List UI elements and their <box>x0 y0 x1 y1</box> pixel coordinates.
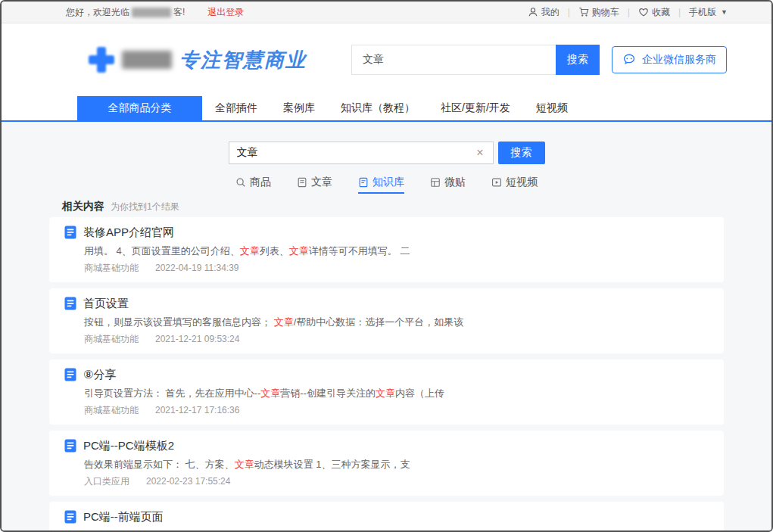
wecom-icon <box>622 53 636 67</box>
wecom-label: 企业微信服务商 <box>642 53 716 67</box>
tab-label: 文章 <box>311 176 332 189</box>
result-title: PC端--前端页面 <box>83 510 164 524</box>
topbar-link-我的[interactable]: 我的 <box>528 6 559 19</box>
header-search-button[interactable]: 搜索 <box>556 45 600 75</box>
result-datetime: 2022-04-19 11:34:39 <box>155 263 239 274</box>
search-box: × <box>229 142 494 164</box>
results-count: 为你找到1个结果 <box>111 201 179 213</box>
result-title: 首页设置 <box>83 297 129 311</box>
doc-icon <box>297 177 307 188</box>
result-card[interactable]: ⑧分享引导页设置方法： 首先，先在应用中心--文章营销--创建引导关注的文章内容… <box>49 359 724 425</box>
document-icon <box>64 297 76 310</box>
tab-label: 商品 <box>250 176 271 189</box>
clear-search-icon[interactable]: × <box>475 147 485 159</box>
logo-mark-icon <box>89 47 114 73</box>
topbar-links: 我的|购物车|收藏|手机版▼ <box>528 6 728 19</box>
document-icon <box>64 226 76 239</box>
result-snippet: 按钮，则显示该设置填写的客服信息内容； 文章/帮助中心数据：选择一个平台，如果该 <box>84 316 709 328</box>
tab-短视频[interactable]: 短视频 <box>491 176 538 194</box>
results-title: 相关内容 <box>62 200 104 213</box>
result-snippet: 用填。 4、页面设置里的公司介绍、文章列表、文章详情等可不用填写。 二 <box>84 244 709 257</box>
result-title: 装修APP介绍官网 <box>83 226 174 240</box>
logout-link[interactable]: 退出登录 <box>207 6 244 19</box>
caret-down-icon: ▼ <box>721 8 728 16</box>
result-title-row: ⑧分享 <box>64 368 709 381</box>
nav-item-4[interactable]: 知识库（教程） <box>328 96 428 120</box>
result-snippet: 引导页设置方法： 首先，先在应用中心--文章营销--创建引导关注的文章内容（上传 <box>84 387 709 400</box>
brand-slogan: 专注智慧商业 <box>179 47 307 73</box>
kb-icon <box>358 177 369 188</box>
redacted-logo-text <box>122 51 172 69</box>
header-search: 搜索 <box>351 45 600 75</box>
result-title: PC端--PC端模板2 <box>83 439 174 453</box>
wecom-service-button[interactable]: 企业微信服务商 <box>612 46 727 73</box>
search-input[interactable] <box>237 147 475 159</box>
grid-icon <box>430 177 441 188</box>
topbar-link-手机版[interactable]: 手机版▼ <box>689 6 728 19</box>
result-snippet: 告效果前端显示如下： 七、方案、文章动态模块设置 1、三种方案显示，支 <box>84 458 709 471</box>
user-icon <box>528 7 538 17</box>
result-datetime: 2022-02-23 17:55:24 <box>146 476 230 487</box>
result-category: 商城基础功能 <box>84 405 139 416</box>
tab-知识库[interactable]: 知识库 <box>358 176 404 194</box>
site-logo[interactable]: 专注智慧商业 <box>89 47 335 73</box>
topbar: 您好，欢迎光临 客! 退出登录 我的|购物车|收藏|手机版▼ <box>2 2 771 23</box>
tab-label: 知识库 <box>372 176 404 189</box>
heart-icon <box>638 7 649 17</box>
topbar-link-购物车[interactable]: 购物车 <box>578 6 619 19</box>
nav-item-1[interactable]: 全部商品分类 <box>77 96 202 120</box>
search-row: × 搜索 <box>2 142 771 164</box>
document-icon <box>64 368 76 381</box>
cart-icon <box>578 7 589 17</box>
nav-item-6[interactable]: 短视频 <box>523 96 581 120</box>
tab-label: 短视频 <box>506 176 538 189</box>
topbar-link-收藏[interactable]: 收藏 <box>638 6 670 19</box>
nav-item-2[interactable]: 全部插件 <box>202 96 270 120</box>
greeting-text: 您好，欢迎光临 <box>66 6 129 19</box>
result-category: 商城基础功能 <box>84 263 139 274</box>
separator: | <box>568 7 570 17</box>
results-list: 装修APP介绍官网用填。 4、页面设置里的公司介绍、文章列表、文章详情等可不用填… <box>2 217 771 530</box>
result-type-tabs: 商品文章知识库微贴短视频 <box>2 176 771 194</box>
result-title: ⑧分享 <box>83 368 116 382</box>
result-card[interactable]: PC端--前端页面 <box>49 502 724 530</box>
result-title-row: PC端--PC端模板2 <box>64 439 709 453</box>
result-meta: 商城基础功能2022-04-19 11:34:39 <box>84 263 709 274</box>
header-search-input[interactable] <box>351 45 556 75</box>
nav-item-3[interactable]: 案例库 <box>270 96 328 120</box>
result-category: 入口类应用 <box>84 476 129 487</box>
search-icon <box>235 177 246 188</box>
topbar-greeting: 您好，欢迎光临 客! 退出登录 <box>66 6 244 19</box>
document-icon <box>64 510 76 524</box>
topbar-link-label: 我的 <box>541 6 559 19</box>
result-card[interactable]: 装修APP介绍官网用填。 4、页面设置里的公司介绍、文章列表、文章详情等可不用填… <box>49 217 724 282</box>
redacted-username <box>132 8 171 17</box>
result-title-row: PC端--前端页面 <box>64 510 709 524</box>
result-card[interactable]: PC端--PC端模板2告效果前端显示如下： 七、方案、文章动态模块设置 1、三种… <box>49 431 724 496</box>
tab-label: 微贴 <box>444 176 466 189</box>
main-nav: 全部商品分类全部插件案例库知识库（教程）社区/更新/开发短视频 <box>2 96 771 122</box>
video-icon <box>491 177 502 188</box>
topbar-link-label: 购物车 <box>592 6 619 19</box>
nav-item-5[interactable]: 社区/更新/开发 <box>428 96 523 120</box>
tab-微贴[interactable]: 微贴 <box>430 176 466 194</box>
result-title-row: 装修APP介绍官网 <box>64 226 709 239</box>
tab-商品[interactable]: 商品 <box>235 176 271 194</box>
document-icon <box>64 439 76 453</box>
site-header: 专注智慧商业 搜索 企业微信服务商 <box>2 23 771 96</box>
page: 您好，欢迎光临 客! 退出登录 我的|购物车|收藏|手机版▼ 专注智慧商业 搜索… <box>0 0 773 532</box>
results-header: 相关内容 为你找到1个结果 <box>62 200 771 213</box>
tab-文章[interactable]: 文章 <box>297 176 332 194</box>
result-meta: 商城基础功能2021-12-17 17:16:36 <box>84 405 709 416</box>
result-meta: 入口类应用2022-02-23 17:55:24 <box>84 476 709 487</box>
result-datetime: 2021-12-17 17:16:36 <box>155 405 239 416</box>
separator: | <box>678 7 681 17</box>
result-meta: 商城基础功能2021-12-21 09:53:24 <box>84 334 709 345</box>
search-button[interactable]: 搜索 <box>498 142 545 164</box>
greeting-suffix: 客! <box>173 6 185 19</box>
topbar-link-label: 手机版 <box>689 6 716 19</box>
result-card[interactable]: 首页设置按钮，则显示该设置填写的客服信息内容； 文章/帮助中心数据：选择一个平台… <box>49 288 724 353</box>
result-category: 商城基础功能 <box>84 334 139 345</box>
main-content: × 搜索 商品文章知识库微贴短视频 相关内容 为你找到1个结果 装修APP介绍官… <box>2 122 771 530</box>
topbar-link-label: 收藏 <box>652 6 670 19</box>
